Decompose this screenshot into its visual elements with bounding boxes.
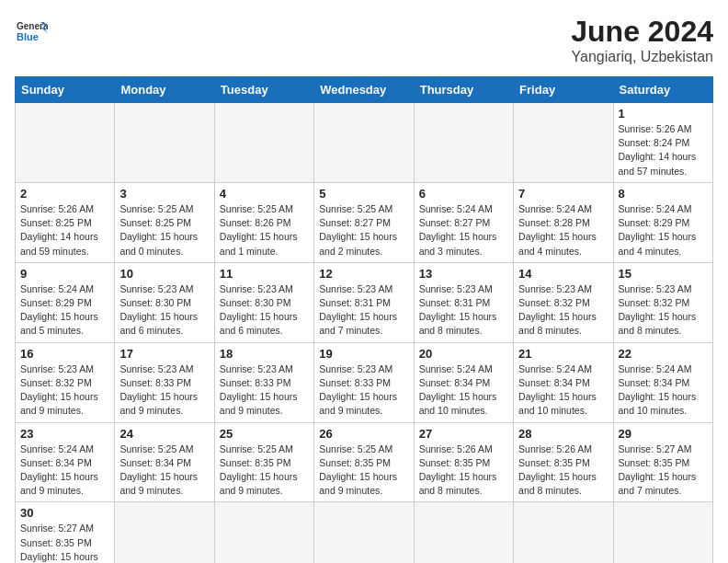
- week-row-1: 1Sunrise: 5:26 AM Sunset: 8:24 PM Daylig…: [16, 103, 713, 183]
- day-number: 14: [518, 267, 608, 281]
- calendar-cell: 28Sunrise: 5:26 AM Sunset: 8:35 PM Dayli…: [514, 422, 613, 502]
- calendar-cell: 13Sunrise: 5:23 AM Sunset: 8:31 PM Dayli…: [414, 262, 513, 342]
- calendar-cell: 27Sunrise: 5:26 AM Sunset: 8:35 PM Dayli…: [414, 422, 513, 502]
- day-info: Sunrise: 5:23 AM Sunset: 8:30 PM Dayligh…: [220, 282, 309, 339]
- calendar-cell: 22Sunrise: 5:24 AM Sunset: 8:34 PM Dayli…: [613, 342, 712, 422]
- day-info: Sunrise: 5:26 AM Sunset: 8:24 PM Dayligh…: [619, 122, 708, 178]
- day-info: Sunrise: 5:24 AM Sunset: 8:29 PM Dayligh…: [20, 282, 109, 339]
- day-header-saturday: Saturday: [613, 77, 712, 103]
- day-info: Sunrise: 5:25 AM Sunset: 8:25 PM Dayligh…: [119, 202, 209, 259]
- calendar-cell: 29Sunrise: 5:27 AM Sunset: 8:35 PM Dayli…: [613, 422, 712, 502]
- day-header-sunday: Sunday: [16, 77, 115, 103]
- day-info: Sunrise: 5:25 AM Sunset: 8:35 PM Dayligh…: [319, 442, 408, 499]
- calendar-cell: 30Sunrise: 5:27 AM Sunset: 8:35 PM Dayli…: [16, 502, 115, 563]
- day-info: Sunrise: 5:27 AM Sunset: 8:35 PM Dayligh…: [619, 442, 708, 499]
- calendar-cell: [214, 502, 313, 563]
- svg-text:Blue: Blue: [17, 31, 39, 42]
- day-header-tuesday: Tuesday: [214, 77, 313, 103]
- day-number: 24: [119, 427, 209, 441]
- title-area: June 2024 Yangiariq, Uzbekistan: [571, 15, 713, 65]
- day-info: Sunrise: 5:23 AM Sunset: 8:33 PM Dayligh…: [220, 362, 309, 419]
- day-number: 28: [518, 427, 608, 441]
- day-header-monday: Monday: [115, 77, 214, 103]
- days-header-row: SundayMondayTuesdayWednesdayThursdayFrid…: [16, 77, 713, 103]
- day-number: 20: [419, 347, 508, 361]
- day-info: Sunrise: 5:24 AM Sunset: 8:34 PM Dayligh…: [518, 362, 608, 419]
- day-header-friday: Friday: [514, 77, 613, 103]
- day-header-thursday: Thursday: [414, 77, 513, 103]
- calendar-cell: 10Sunrise: 5:23 AM Sunset: 8:30 PM Dayli…: [115, 262, 214, 342]
- day-info: Sunrise: 5:25 AM Sunset: 8:27 PM Dayligh…: [319, 202, 408, 259]
- calendar-cell: 15Sunrise: 5:23 AM Sunset: 8:32 PM Dayli…: [613, 262, 712, 342]
- day-number: 23: [20, 427, 109, 441]
- day-info: Sunrise: 5:25 AM Sunset: 8:26 PM Dayligh…: [220, 202, 309, 259]
- day-number: 29: [619, 427, 708, 441]
- calendar-cell: 19Sunrise: 5:23 AM Sunset: 8:33 PM Dayli…: [314, 342, 414, 422]
- day-number: 22: [619, 347, 708, 361]
- calendar-cell: 14Sunrise: 5:23 AM Sunset: 8:32 PM Dayli…: [514, 262, 613, 342]
- calendar-cell: [314, 103, 414, 183]
- calendar-cell: 1Sunrise: 5:26 AM Sunset: 8:24 PM Daylig…: [613, 103, 712, 183]
- day-number: 18: [220, 347, 309, 361]
- calendar-cell: 11Sunrise: 5:23 AM Sunset: 8:30 PM Dayli…: [214, 262, 313, 342]
- day-info: Sunrise: 5:24 AM Sunset: 8:28 PM Dayligh…: [518, 202, 608, 259]
- day-number: 3: [119, 187, 209, 201]
- calendar-cell: 17Sunrise: 5:23 AM Sunset: 8:33 PM Dayli…: [115, 342, 214, 422]
- calendar-cell: 5Sunrise: 5:25 AM Sunset: 8:27 PM Daylig…: [314, 182, 414, 262]
- day-info: Sunrise: 5:24 AM Sunset: 8:29 PM Dayligh…: [619, 202, 708, 259]
- calendar-cell: 7Sunrise: 5:24 AM Sunset: 8:28 PM Daylig…: [514, 182, 613, 262]
- day-number: 16: [20, 347, 109, 361]
- day-info: Sunrise: 5:24 AM Sunset: 8:34 PM Dayligh…: [20, 442, 109, 499]
- day-info: Sunrise: 5:23 AM Sunset: 8:30 PM Dayligh…: [119, 282, 209, 339]
- day-number: 30: [20, 506, 109, 520]
- day-number: 2: [20, 187, 109, 201]
- calendar-cell: [214, 103, 313, 183]
- week-row-6: 30Sunrise: 5:27 AM Sunset: 8:35 PM Dayli…: [16, 502, 713, 563]
- day-number: 4: [220, 187, 309, 201]
- calendar-cell: 9Sunrise: 5:24 AM Sunset: 8:29 PM Daylig…: [16, 262, 115, 342]
- day-info: Sunrise: 5:23 AM Sunset: 8:31 PM Dayligh…: [419, 282, 508, 339]
- day-info: Sunrise: 5:23 AM Sunset: 8:33 PM Dayligh…: [119, 362, 209, 419]
- day-info: Sunrise: 5:25 AM Sunset: 8:35 PM Dayligh…: [220, 442, 309, 499]
- calendar-cell: [115, 103, 214, 183]
- day-number: 6: [419, 187, 508, 201]
- calendar-cell: 8Sunrise: 5:24 AM Sunset: 8:29 PM Daylig…: [613, 182, 712, 262]
- day-number: 25: [220, 427, 309, 441]
- week-row-5: 23Sunrise: 5:24 AM Sunset: 8:34 PM Dayli…: [16, 422, 713, 502]
- day-info: Sunrise: 5:24 AM Sunset: 8:34 PM Dayligh…: [619, 362, 708, 419]
- calendar-cell: 26Sunrise: 5:25 AM Sunset: 8:35 PM Dayli…: [314, 422, 414, 502]
- day-info: Sunrise: 5:24 AM Sunset: 8:27 PM Dayligh…: [419, 202, 508, 259]
- day-header-wednesday: Wednesday: [314, 77, 414, 103]
- day-number: 10: [119, 267, 209, 281]
- day-number: 7: [518, 187, 608, 201]
- week-row-3: 9Sunrise: 5:24 AM Sunset: 8:29 PM Daylig…: [16, 262, 713, 342]
- day-info: Sunrise: 5:26 AM Sunset: 8:25 PM Dayligh…: [20, 202, 109, 259]
- day-number: 21: [518, 347, 608, 361]
- day-number: 26: [319, 427, 408, 441]
- calendar-cell: 3Sunrise: 5:25 AM Sunset: 8:25 PM Daylig…: [115, 182, 214, 262]
- calendar-cell: 21Sunrise: 5:24 AM Sunset: 8:34 PM Dayli…: [514, 342, 613, 422]
- day-number: 12: [319, 267, 408, 281]
- day-info: Sunrise: 5:24 AM Sunset: 8:34 PM Dayligh…: [419, 362, 508, 419]
- calendar-cell: 16Sunrise: 5:23 AM Sunset: 8:32 PM Dayli…: [16, 342, 115, 422]
- calendar-cell: 23Sunrise: 5:24 AM Sunset: 8:34 PM Dayli…: [16, 422, 115, 502]
- page-header: General Blue June 2024 Yangiariq, Uzbeki…: [15, 15, 713, 65]
- calendar-cell: [16, 103, 115, 183]
- day-info: Sunrise: 5:27 AM Sunset: 8:35 PM Dayligh…: [20, 522, 109, 563]
- day-number: 15: [619, 267, 708, 281]
- day-number: 27: [419, 427, 508, 441]
- calendar-cell: 6Sunrise: 5:24 AM Sunset: 8:27 PM Daylig…: [414, 182, 513, 262]
- calendar-cell: [414, 103, 513, 183]
- location-title: Yangiariq, Uzbekistan: [571, 49, 713, 65]
- day-info: Sunrise: 5:23 AM Sunset: 8:32 PM Dayligh…: [619, 282, 708, 339]
- calendar-cell: 24Sunrise: 5:25 AM Sunset: 8:34 PM Dayli…: [115, 422, 214, 502]
- calendar-cell: 18Sunrise: 5:23 AM Sunset: 8:33 PM Dayli…: [214, 342, 313, 422]
- day-number: 13: [419, 267, 508, 281]
- logo: General Blue: [15, 15, 48, 48]
- calendar-cell: [314, 502, 414, 563]
- calendar-table: SundayMondayTuesdayWednesdayThursdayFrid…: [15, 76, 713, 563]
- month-title: June 2024: [571, 15, 713, 49]
- calendar-cell: [414, 502, 513, 563]
- day-info: Sunrise: 5:25 AM Sunset: 8:34 PM Dayligh…: [119, 442, 209, 499]
- day-number: 17: [119, 347, 209, 361]
